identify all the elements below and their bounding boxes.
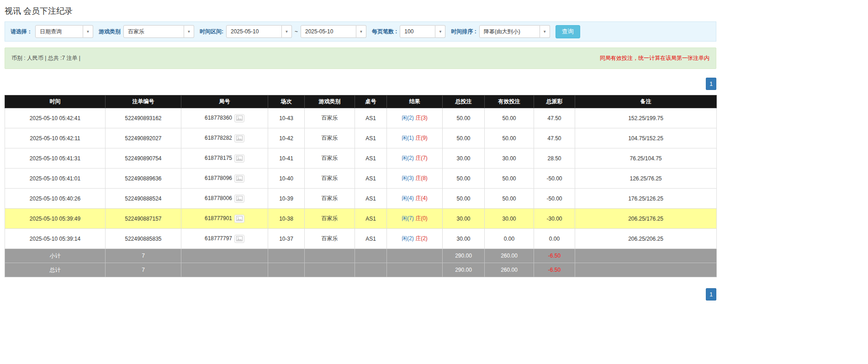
header-game-type: 游戏类别 bbox=[305, 95, 355, 108]
header-payout: 总派彩 bbox=[534, 95, 575, 108]
cell-time: 2025-05-10 05:41:01 bbox=[5, 169, 106, 189]
result-player: 闲(7) bbox=[402, 215, 414, 222]
cell-round: 618778282 bbox=[181, 128, 268, 148]
cell-game: 百家乐 bbox=[305, 128, 355, 148]
date-to-select[interactable]: 2025-05-10 ▼ bbox=[301, 25, 366, 38]
cell-game: 百家乐 bbox=[305, 189, 355, 209]
round-number: 618778175 bbox=[205, 155, 232, 161]
chevron-down-icon[interactable]: ▼ bbox=[356, 25, 366, 38]
cell-round: 618777901 bbox=[181, 209, 268, 229]
round-result-image-icon[interactable] bbox=[234, 134, 244, 142]
summary-currency-count: 币别 : 人民币 | 总共 :7 注单 | bbox=[11, 54, 80, 62]
total-empty bbox=[355, 263, 387, 277]
cell-total-bet: 30.00 bbox=[443, 229, 485, 249]
cell-valid-bet: 50.00 bbox=[485, 189, 534, 209]
result-banker: 庄(7) bbox=[415, 155, 428, 161]
cell-result: 闲(2) 庄(7) bbox=[387, 148, 443, 169]
cell-payout: -30.00 bbox=[534, 209, 575, 229]
cell-total-bet: 50.00 bbox=[443, 169, 485, 189]
cell-round: 618778360 bbox=[181, 108, 268, 128]
round-result-image-icon[interactable] bbox=[234, 215, 244, 223]
page-size-select[interactable]: 100 ▼ bbox=[400, 25, 445, 38]
filter-bar: 请选择： 日期查询 ▼ 游戏类别 百家乐 ▼ 时间区间: 2025-05-10 … bbox=[5, 21, 716, 42]
cell-valid-bet: 50.00 bbox=[485, 128, 534, 148]
page-1-button[interactable]: 1 bbox=[706, 288, 716, 301]
pagination-bottom: 1 bbox=[5, 288, 716, 301]
total-count: 7 bbox=[106, 263, 181, 277]
table-row: 2025-05-10 05:42:11 522490892027 6187782… bbox=[5, 128, 717, 148]
sort-value: 降幂(由大到小) bbox=[479, 25, 540, 38]
date-range-tilde: ~ bbox=[295, 28, 298, 35]
subtotal-empty bbox=[268, 249, 305, 263]
cell-total-bet: 50.00 bbox=[443, 189, 485, 209]
cell-total-bet: 50.00 bbox=[443, 128, 485, 148]
chevron-down-icon[interactable]: ▼ bbox=[83, 25, 93, 38]
cell-time: 2025-05-10 05:39:14 bbox=[5, 229, 106, 249]
cell-round: 618778006 bbox=[181, 189, 268, 209]
cell-table: AS1 bbox=[355, 189, 387, 209]
cell-note: 104.75/152.25 bbox=[575, 128, 717, 148]
cell-total-bet: 30.00 bbox=[443, 148, 485, 169]
cell-payout: -50.00 bbox=[534, 189, 575, 209]
table-row: 2025-05-10 05:39:14 522490885835 6187777… bbox=[5, 229, 717, 249]
total-empty bbox=[305, 263, 355, 277]
sort-group: 时间排序 : 降幂(由大到小) ▼ bbox=[451, 25, 550, 38]
table-row: 2025-05-10 05:42:41 522490893162 6187783… bbox=[5, 108, 717, 128]
subtotal-empty bbox=[387, 249, 443, 263]
cell-table: AS1 bbox=[355, 169, 387, 189]
cell-valid-bet: 50.00 bbox=[485, 169, 534, 189]
page-size-value: 100 bbox=[400, 25, 435, 38]
date-from-value: 2025-05-10 bbox=[226, 25, 282, 38]
page-1-button[interactable]: 1 bbox=[706, 78, 716, 90]
total-empty bbox=[575, 263, 717, 277]
subtotal-empty bbox=[575, 249, 717, 263]
chevron-down-icon[interactable]: ▼ bbox=[540, 25, 550, 38]
cell-valid-bet: 30.00 bbox=[485, 148, 534, 169]
total-empty bbox=[387, 263, 443, 277]
cell-note: 152.25/199.75 bbox=[575, 108, 717, 128]
cell-time: 2025-05-10 05:42:11 bbox=[5, 128, 106, 148]
round-number: 618778282 bbox=[205, 135, 232, 141]
round-result-image-icon[interactable] bbox=[234, 235, 244, 243]
game-type-select[interactable]: 百家乐 ▼ bbox=[123, 25, 194, 38]
round-result-image-icon[interactable] bbox=[234, 174, 244, 183]
table-row: 2025-05-10 05:41:01 522490889636 6187780… bbox=[5, 169, 717, 189]
cell-payout: 47.50 bbox=[534, 108, 575, 128]
page-size-group: 每页笔数 : 100 ▼ bbox=[372, 25, 445, 38]
result-banker: 庄(2) bbox=[415, 235, 428, 242]
cell-game: 百家乐 bbox=[305, 229, 355, 249]
chevron-down-icon[interactable]: ▼ bbox=[435, 25, 445, 38]
subtotal-row: 小计 7 290.00 260.00 -6.50 bbox=[5, 249, 717, 263]
cell-note: 206.25/206.25 bbox=[575, 229, 717, 249]
table-row: 2025-05-10 05:39:49 522490887157 6187779… bbox=[5, 209, 717, 229]
sort-select[interactable]: 降幂(由大到小) ▼ bbox=[479, 25, 550, 38]
cell-session: 10-41 bbox=[268, 148, 305, 169]
header-note: 备注 bbox=[575, 95, 717, 108]
query-type-group: 请选择： 日期查询 ▼ bbox=[11, 25, 93, 38]
query-type-select[interactable]: 日期查询 ▼ bbox=[35, 25, 93, 38]
result-banker: 庄(3) bbox=[415, 115, 428, 121]
round-result-image-icon[interactable] bbox=[234, 114, 244, 122]
cell-time: 2025-05-10 05:42:41 bbox=[5, 108, 106, 128]
cell-session: 10-43 bbox=[268, 108, 305, 128]
round-number: 618778096 bbox=[205, 175, 232, 181]
subtotal-empty bbox=[181, 249, 268, 263]
cell-game: 百家乐 bbox=[305, 148, 355, 169]
search-button[interactable]: 查询 bbox=[556, 25, 580, 38]
cell-bet-id: 522490890754 bbox=[106, 148, 181, 169]
cell-total-bet: 50.00 bbox=[443, 108, 485, 128]
date-from-select[interactable]: 2025-05-10 ▼ bbox=[226, 25, 292, 38]
chevron-down-icon[interactable]: ▼ bbox=[282, 25, 292, 38]
table-row: 2025-05-10 05:41:31 522490890754 6187781… bbox=[5, 148, 717, 169]
cell-game: 百家乐 bbox=[305, 209, 355, 229]
cell-game: 百家乐 bbox=[305, 108, 355, 128]
header-table-no: 桌号 bbox=[355, 95, 387, 108]
chevron-down-icon[interactable]: ▼ bbox=[184, 25, 194, 38]
header-round: 局号 bbox=[181, 95, 268, 108]
round-result-image-icon[interactable] bbox=[234, 195, 244, 203]
round-result-image-icon[interactable] bbox=[234, 154, 244, 163]
round-number: 618778360 bbox=[205, 115, 232, 121]
total-empty bbox=[268, 263, 305, 277]
cell-bet-id: 522490892027 bbox=[106, 128, 181, 148]
cell-bet-id: 522490893162 bbox=[106, 108, 181, 128]
